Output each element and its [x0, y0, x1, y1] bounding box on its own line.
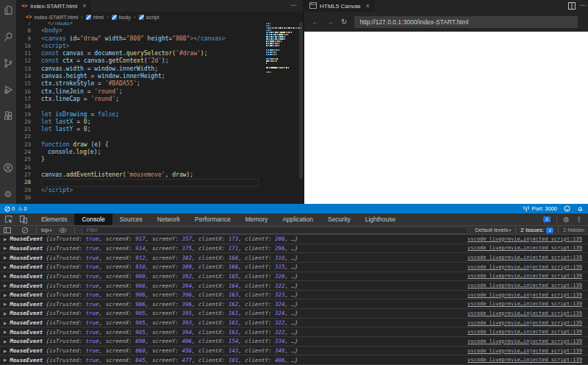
- run-debug-icon[interactable]: [3, 84, 14, 95]
- code-line[interactable]: }: [41, 156, 259, 163]
- settings-gear-icon[interactable]: ⚙: [3, 188, 14, 199]
- devtools-tab-security[interactable]: Security: [320, 213, 358, 225]
- console-log-row[interactable]: ▶MouseEvent{isTrusted: true, screenX: 91…: [0, 244, 588, 254]
- code-line[interactable]: let lastX = 0;: [41, 118, 259, 126]
- code-editor[interactable]: 7891011121314151617181920212223242526272…: [16, 22, 303, 204]
- split-editor-icon[interactable]: [568, 0, 580, 12]
- source-link[interactable]: vscode_liveprevie…injected_script:139: [467, 348, 582, 354]
- expand-triangle-icon[interactable]: ▶: [4, 265, 7, 269]
- editor-tab[interactable]: <> index-START.html ×: [16, 0, 91, 12]
- context-selector[interactable]: top▾: [41, 227, 51, 233]
- devtools-tab-application[interactable]: Application: [275, 213, 320, 225]
- problems-errors[interactable]: 0: [4, 205, 15, 212]
- forward-icon[interactable]: →: [326, 18, 334, 26]
- expand-triangle-icon[interactable]: ▶: [4, 246, 7, 250]
- back-icon[interactable]: ←: [312, 18, 319, 26]
- expand-triangle-icon[interactable]: ▶: [4, 349, 7, 353]
- console-log-row[interactable]: ▶MouseEvent{isTrusted: true, screenX: 90…: [0, 309, 588, 319]
- minimap[interactable]: [266, 23, 297, 76]
- live-expression-eye-icon[interactable]: [56, 227, 70, 233]
- console-log-row[interactable]: ▶MouseEvent{isTrusted: true, screenX: 90…: [0, 300, 588, 309]
- close-icon[interactable]: ×: [366, 2, 370, 10]
- code-line[interactable]: ctx.strokeStyle = '#BADA55';: [41, 80, 259, 88]
- source-link[interactable]: vscode_liveprevie…injected_script:139: [467, 339, 582, 344]
- console-log-row[interactable]: ▶MouseEvent{isTrusted: true, screenX: 90…: [0, 272, 588, 282]
- devtools-tab-memory[interactable]: Memory: [238, 213, 276, 225]
- code-line[interactable]: [41, 194, 259, 202]
- code-line[interactable]: let lastY = 0;: [41, 126, 259, 133]
- expand-triangle-icon[interactable]: ▶: [4, 274, 7, 278]
- console-log-row[interactable]: ▶MouseEvent{isTrusted: true, screenX: 91…: [0, 263, 588, 272]
- preview-content[interactable]: [304, 32, 588, 204]
- explorer-icon[interactable]: [3, 4, 14, 15]
- code-line[interactable]: canvas.width = window.innerWidth;: [41, 65, 259, 73]
- devtools-tab-performance[interactable]: Performance: [187, 213, 238, 225]
- source-link[interactable]: vscode_liveprevie…injected_script:139: [467, 255, 582, 261]
- console-log-row[interactable]: ▶MouseEvent{isTrusted: true, screenX: 91…: [0, 253, 588, 263]
- code-line[interactable]: function draw (e) {: [41, 141, 259, 149]
- inspect-element-icon[interactable]: [1, 213, 16, 225]
- notifications-bell-icon[interactable]: [577, 205, 584, 212]
- clear-console-icon[interactable]: [18, 227, 32, 234]
- issues-badge[interactable]: 2: [543, 216, 551, 222]
- feedback-smiley-icon[interactable]: [564, 205, 570, 212]
- source-link[interactable]: vscode_liveprevie…injected_script:139: [467, 245, 582, 251]
- console-filter-input[interactable]: [82, 227, 467, 234]
- code-line[interactable]: ctx.lineJoin = 'round';: [41, 88, 259, 96]
- console-log-row[interactable]: ▶MouseEvent{isTrusted: true, screenX: 86…: [0, 347, 588, 356]
- breadcrumb-item[interactable]: script: [139, 14, 159, 21]
- console-log-row[interactable]: ▶MouseEvent{isTrusted: true, screenX: 90…: [0, 291, 588, 300]
- console-log-row[interactable]: ▶MouseEvent{isTrusted: true, screenX: 90…: [0, 327, 588, 337]
- console-log-row[interactable]: ▶MouseEvent{isTrusted: true, screenX: 90…: [0, 281, 588, 291]
- devtools-tab-sources[interactable]: Sources: [112, 213, 150, 225]
- source-link[interactable]: vscode_liveprevie…injected_script:139: [467, 329, 582, 335]
- devtools-tab-console[interactable]: Console: [74, 213, 112, 225]
- console-log-row[interactable]: ▶MouseEvent{isTrusted: true, screenX: 84…: [0, 355, 588, 365]
- code-line[interactable]: canvas.addEventListener('mousemove', dra…: [41, 171, 259, 179]
- extensions-icon[interactable]: [3, 110, 14, 121]
- reload-icon[interactable]: ↻: [341, 18, 347, 26]
- code-line[interactable]: <body>: [41, 27, 259, 35]
- source-link[interactable]: vscode_liveprevie…injected_script:139: [467, 301, 582, 307]
- code-line[interactable]: <script>: [41, 43, 259, 50]
- code-line[interactable]: console.log(e);: [41, 149, 259, 156]
- source-link[interactable]: vscode_liveprevie…injected_script:139: [467, 236, 582, 242]
- url-bar[interactable]: [354, 16, 578, 28]
- editor-scrollbar[interactable]: [299, 22, 303, 204]
- expand-triangle-icon[interactable]: ▶: [4, 293, 7, 297]
- console-log-row[interactable]: ▶MouseEvent{isTrusted: true, screenX: 90…: [0, 319, 588, 328]
- expand-triangle-icon[interactable]: ▶: [4, 255, 7, 260]
- expand-triangle-icon[interactable]: ▶: [4, 311, 7, 316]
- device-toolbar-icon[interactable]: [16, 213, 31, 225]
- source-link[interactable]: vscode_liveprevie…injected_script:139: [467, 292, 582, 298]
- code-line[interactable]: const ctx = canvas.getContext('2d');: [41, 57, 259, 65]
- expand-triangle-icon[interactable]: ▶: [4, 330, 7, 334]
- source-link[interactable]: vscode_liveprevie…injected_script:139: [467, 357, 582, 363]
- devtools-tab-lighthouse[interactable]: Lighthouse: [358, 213, 404, 225]
- source-link[interactable]: vscode_liveprevie…injected_script:139: [467, 283, 582, 288]
- problems-warnings[interactable]: ⚠ 0: [18, 205, 26, 212]
- code-line[interactable]: [41, 179, 259, 186]
- code-line[interactable]: </head>: [41, 22, 259, 27]
- code-line[interactable]: </script>: [41, 187, 259, 194]
- expand-triangle-icon[interactable]: ▶: [4, 358, 7, 362]
- source-link[interactable]: vscode_liveprevie…injected_script:139: [467, 273, 582, 279]
- code-line[interactable]: [41, 103, 259, 110]
- console-log-row[interactable]: ▶MouseEvent{isTrusted: true, screenX: 89…: [0, 337, 588, 347]
- devtools-menu-icon[interactable]: ⋮: [576, 216, 582, 223]
- close-icon[interactable]: ×: [82, 2, 86, 10]
- code-line[interactable]: <canvas id="draw" width="800" height="80…: [41, 35, 259, 43]
- source-control-icon[interactable]: [3, 57, 14, 68]
- devtools-tab-elements[interactable]: Elements: [34, 213, 74, 225]
- expand-triangle-icon[interactable]: ▶: [4, 321, 7, 325]
- devtools-settings-icon[interactable]: ⚙: [563, 216, 570, 224]
- accounts-icon[interactable]: [3, 162, 14, 173]
- code-line[interactable]: canvas.height = window.innerHeight;: [41, 73, 259, 80]
- console-sidebar-icon[interactable]: [1, 227, 14, 234]
- source-link[interactable]: vscode_liveprevie…injected_script:139: [467, 264, 582, 270]
- devtools-tab-network[interactable]: Network: [150, 213, 187, 225]
- console-log-row[interactable]: ▶MouseEvent{isTrusted: true, screenX: 91…: [0, 235, 588, 244]
- code-line[interactable]: [41, 133, 259, 141]
- editor-actions-icon[interactable]: ⋯: [290, 0, 303, 12]
- more-actions-icon[interactable]: ⋯: [580, 0, 588, 12]
